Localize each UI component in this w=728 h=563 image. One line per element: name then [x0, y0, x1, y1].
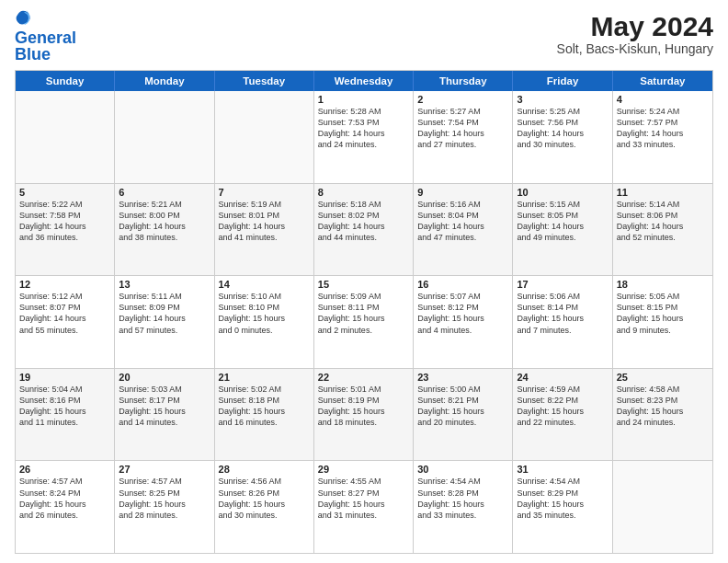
day-number: 23	[417, 372, 508, 383]
calendar-cell: 23Sunrise: 5:00 AM Sunset: 8:21 PM Dayli…	[414, 369, 513, 461]
logo-text: General Blue	[15, 29, 76, 63]
day-details: Sunrise: 5:10 AM Sunset: 8:10 PM Dayligh…	[219, 291, 310, 336]
calendar-body: 1Sunrise: 5:28 AM Sunset: 7:53 PM Daylig…	[16, 91, 712, 553]
day-details: Sunrise: 4:58 AM Sunset: 8:23 PM Dayligh…	[617, 384, 709, 429]
day-details: Sunrise: 5:19 AM Sunset: 8:01 PM Dayligh…	[219, 199, 310, 244]
day-number: 25	[617, 372, 709, 383]
day-details: Sunrise: 4:57 AM Sunset: 8:25 PM Dayligh…	[119, 476, 210, 521]
day-number: 28	[219, 464, 310, 475]
day-number: 2	[417, 94, 508, 105]
calendar-cell	[16, 91, 115, 183]
day-number: 20	[119, 372, 210, 383]
day-number: 4	[617, 94, 709, 105]
day-number: 17	[517, 279, 608, 290]
calendar-cell	[215, 91, 314, 183]
calendar-cell: 21Sunrise: 5:02 AM Sunset: 8:18 PM Dayli…	[215, 369, 314, 461]
day-header-wednesday: Wednesday	[314, 71, 414, 91]
day-details: Sunrise: 5:27 AM Sunset: 7:54 PM Dayligh…	[417, 106, 508, 151]
page-title: May 2024	[557, 11, 713, 41]
day-details: Sunrise: 4:54 AM Sunset: 8:28 PM Dayligh…	[417, 476, 508, 521]
day-details: Sunrise: 5:00 AM Sunset: 8:21 PM Dayligh…	[417, 384, 508, 429]
day-details: Sunrise: 5:05 AM Sunset: 8:15 PM Dayligh…	[617, 291, 709, 336]
calendar-header: SundayMondayTuesdayWednesdayThursdayFrid…	[16, 71, 712, 91]
calendar-week-2: 5Sunrise: 5:22 AM Sunset: 7:58 PM Daylig…	[16, 184, 712, 277]
day-number: 14	[219, 279, 310, 290]
calendar-cell: 19Sunrise: 5:04 AM Sunset: 8:16 PM Dayli…	[16, 369, 115, 461]
day-number: 9	[417, 187, 508, 198]
calendar-cell: 8Sunrise: 5:18 AM Sunset: 8:02 PM Daylig…	[314, 184, 414, 276]
page-subtitle: Solt, Bacs-Kiskun, Hungary	[557, 41, 713, 56]
calendar-week-5: 26Sunrise: 4:57 AM Sunset: 8:24 PM Dayli…	[16, 461, 712, 553]
day-number: 27	[119, 464, 210, 475]
day-number: 8	[318, 187, 409, 198]
day-details: Sunrise: 5:22 AM Sunset: 7:58 PM Dayligh…	[19, 199, 110, 244]
day-number: 3	[517, 94, 608, 105]
page: General Blue May 2024 Solt, Bacs-Kiskun,…	[0, 0, 728, 563]
header: General Blue May 2024 Solt, Bacs-Kiskun,…	[15, 11, 713, 63]
calendar-cell: 22Sunrise: 5:01 AM Sunset: 8:19 PM Dayli…	[314, 369, 414, 461]
calendar-cell: 9Sunrise: 5:16 AM Sunset: 8:04 PM Daylig…	[414, 184, 513, 276]
calendar-cell: 6Sunrise: 5:21 AM Sunset: 8:00 PM Daylig…	[115, 184, 214, 276]
logo-icon	[15, 9, 31, 26]
calendar-cell: 10Sunrise: 5:15 AM Sunset: 8:05 PM Dayli…	[513, 184, 612, 276]
calendar-cell: 24Sunrise: 4:59 AM Sunset: 8:22 PM Dayli…	[513, 369, 612, 461]
day-details: Sunrise: 4:55 AM Sunset: 8:27 PM Dayligh…	[318, 476, 409, 521]
calendar-cell: 20Sunrise: 5:03 AM Sunset: 8:17 PM Dayli…	[115, 369, 214, 461]
calendar-week-3: 12Sunrise: 5:12 AM Sunset: 8:07 PM Dayli…	[16, 276, 712, 369]
calendar-cell: 29Sunrise: 4:55 AM Sunset: 8:27 PM Dayli…	[314, 461, 414, 553]
day-number: 31	[517, 464, 608, 475]
day-number: 26	[19, 464, 110, 475]
day-details: Sunrise: 4:57 AM Sunset: 8:24 PM Dayligh…	[19, 476, 110, 521]
day-number: 21	[219, 372, 310, 383]
day-number: 1	[318, 94, 409, 105]
day-header-monday: Monday	[115, 71, 214, 91]
calendar-cell: 27Sunrise: 4:57 AM Sunset: 8:25 PM Dayli…	[115, 461, 214, 553]
day-header-tuesday: Tuesday	[215, 71, 314, 91]
day-number: 15	[318, 279, 409, 290]
day-header-saturday: Saturday	[613, 71, 712, 91]
calendar-cell: 3Sunrise: 5:25 AM Sunset: 7:56 PM Daylig…	[513, 91, 612, 183]
day-details: Sunrise: 5:02 AM Sunset: 8:18 PM Dayligh…	[219, 384, 310, 429]
calendar-week-4: 19Sunrise: 5:04 AM Sunset: 8:16 PM Dayli…	[16, 369, 712, 462]
calendar-cell: 12Sunrise: 5:12 AM Sunset: 8:07 PM Dayli…	[16, 276, 115, 368]
day-number: 6	[119, 187, 210, 198]
calendar-cell: 25Sunrise: 4:58 AM Sunset: 8:23 PM Dayli…	[613, 369, 712, 461]
day-details: Sunrise: 5:11 AM Sunset: 8:09 PM Dayligh…	[119, 291, 210, 336]
calendar-cell: 16Sunrise: 5:07 AM Sunset: 8:12 PM Dayli…	[414, 276, 513, 368]
day-details: Sunrise: 5:06 AM Sunset: 8:14 PM Dayligh…	[517, 291, 608, 336]
day-details: Sunrise: 5:15 AM Sunset: 8:05 PM Dayligh…	[517, 199, 608, 244]
day-details: Sunrise: 4:59 AM Sunset: 8:22 PM Dayligh…	[517, 384, 608, 429]
calendar-cell: 28Sunrise: 4:56 AM Sunset: 8:26 PM Dayli…	[215, 461, 314, 553]
day-number: 10	[517, 187, 608, 198]
day-number: 7	[219, 187, 310, 198]
day-details: Sunrise: 5:21 AM Sunset: 8:00 PM Dayligh…	[119, 199, 210, 244]
logo: General Blue	[15, 11, 76, 63]
day-number: 18	[617, 279, 709, 290]
day-header-thursday: Thursday	[414, 71, 513, 91]
calendar-cell: 15Sunrise: 5:09 AM Sunset: 8:11 PM Dayli…	[314, 276, 414, 368]
day-details: Sunrise: 5:04 AM Sunset: 8:16 PM Dayligh…	[19, 384, 110, 429]
calendar-cell	[613, 461, 712, 553]
calendar-cell: 11Sunrise: 5:14 AM Sunset: 8:06 PM Dayli…	[613, 184, 712, 276]
calendar-cell: 2Sunrise: 5:27 AM Sunset: 7:54 PM Daylig…	[414, 91, 513, 183]
day-details: Sunrise: 5:09 AM Sunset: 8:11 PM Dayligh…	[318, 291, 409, 336]
day-number: 5	[19, 187, 110, 198]
day-details: Sunrise: 5:12 AM Sunset: 8:07 PM Dayligh…	[19, 291, 110, 336]
day-details: Sunrise: 5:25 AM Sunset: 7:56 PM Dayligh…	[517, 106, 608, 151]
calendar-cell: 5Sunrise: 5:22 AM Sunset: 7:58 PM Daylig…	[16, 184, 115, 276]
day-number: 12	[19, 279, 110, 290]
calendar-cell: 4Sunrise: 5:24 AM Sunset: 7:57 PM Daylig…	[613, 91, 712, 183]
day-number: 16	[417, 279, 508, 290]
title-block: May 2024 Solt, Bacs-Kiskun, Hungary	[557, 11, 713, 56]
calendar-cell: 13Sunrise: 5:11 AM Sunset: 8:09 PM Dayli…	[115, 276, 214, 368]
calendar-cell: 18Sunrise: 5:05 AM Sunset: 8:15 PM Dayli…	[613, 276, 712, 368]
calendar-cell	[115, 91, 214, 183]
day-header-sunday: Sunday	[16, 71, 115, 91]
calendar-cell: 30Sunrise: 4:54 AM Sunset: 8:28 PM Dayli…	[414, 461, 513, 553]
calendar-cell: 31Sunrise: 4:54 AM Sunset: 8:29 PM Dayli…	[513, 461, 612, 553]
day-details: Sunrise: 5:24 AM Sunset: 7:57 PM Dayligh…	[617, 106, 709, 151]
day-number: 30	[417, 464, 508, 475]
calendar-week-1: 1Sunrise: 5:28 AM Sunset: 7:53 PM Daylig…	[16, 91, 712, 184]
calendar: SundayMondayTuesdayWednesdayThursdayFrid…	[15, 70, 713, 554]
day-details: Sunrise: 5:28 AM Sunset: 7:53 PM Dayligh…	[318, 106, 409, 151]
